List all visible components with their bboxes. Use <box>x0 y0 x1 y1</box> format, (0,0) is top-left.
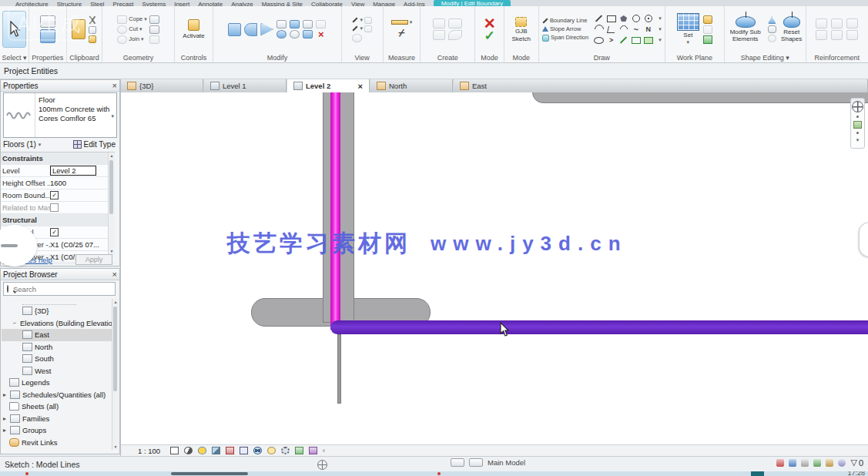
draw-line-icon[interactable] <box>593 14 605 24</box>
select-by-face-icon[interactable] <box>838 459 846 467</box>
selection-filter-button[interactable]: ▽ 0 <box>850 458 863 468</box>
type-selector[interactable]: Floor 100mm Concrete with Cores Comflor … <box>3 92 117 138</box>
browser-scrollbar[interactable]: ▲ ▼ <box>112 299 119 450</box>
array-icon[interactable] <box>303 30 313 39</box>
temporary-view-properties-icon[interactable] <box>281 447 290 454</box>
delete-icon[interactable]: × <box>318 30 324 39</box>
add-point-icon[interactable] <box>768 16 776 24</box>
gjb-sketch-label-1[interactable]: GJB <box>515 28 528 35</box>
tab-structure[interactable]: Structure <box>57 1 82 6</box>
prop-row-height-offset[interactable]: Height Offset ... 1600 <box>1 177 115 189</box>
view-tab-3d[interactable]: {3D} <box>121 79 203 92</box>
design-option-value[interactable]: Main Model <box>488 458 525 467</box>
shadows-icon[interactable] <box>212 447 220 454</box>
rebar-cover-1-value[interactable]: X1 (C0/25 07... <box>50 240 113 249</box>
crop-view-icon[interactable] <box>226 447 234 454</box>
select-pinned-icon[interactable] <box>826 459 833 467</box>
pin-icon[interactable] <box>316 20 326 28</box>
browser-scroll-up-icon[interactable]: ▲ <box>112 300 119 304</box>
prop-row-level[interactable]: Level Level 2 <box>1 165 115 177</box>
draw-circle-icon[interactable] <box>630 14 642 24</box>
copy-modify-icon[interactable] <box>276 30 287 39</box>
rebar-coupler-icon[interactable] <box>846 18 858 28</box>
reset-shape-label[interactable]: Reset Shapes <box>780 28 803 42</box>
create-solid-icon[interactable] <box>433 30 445 40</box>
select-underlay-icon[interactable] <box>813 459 821 467</box>
prop-row-room-bounding[interactable]: Room Bound... ✓ <box>1 189 115 202</box>
sun-path-icon[interactable] <box>198 447 206 454</box>
tree-item-revit-links[interactable]: Revit Links <box>2 437 114 449</box>
gjb-sketch-label-2[interactable]: Sketch <box>512 35 531 42</box>
edit-type-button[interactable]: Edit Type <box>73 140 116 149</box>
slope-arrow-button[interactable]: Slope Arrow <box>542 26 581 32</box>
search-input[interactable] <box>12 284 116 294</box>
measure-dropdown-icon[interactable]: ▾ <box>410 19 413 25</box>
tree-item-groups[interactable]: ▸ Groups <box>2 424 114 437</box>
finish-sketch-icon[interactable]: ✓ <box>484 30 494 42</box>
height-offset-value[interactable]: 1600 <box>50 179 113 187</box>
draw-circumscribed-icon[interactable] <box>642 14 654 24</box>
draw-dropdown-1[interactable]: ▾ <box>659 15 662 22</box>
families-expander-icon[interactable]: ▸ <box>2 415 8 422</box>
tree-item-families[interactable]: ▸ Families <box>2 413 114 425</box>
select-links-icon[interactable] <box>801 459 809 467</box>
project-browser-close-icon[interactable]: × <box>112 270 117 279</box>
tab-steel[interactable]: Steel <box>90 1 104 6</box>
rebar-path-icon[interactable] <box>831 18 843 28</box>
groups-expander-icon[interactable]: ▸ <box>2 427 8 434</box>
tree-item-south[interactable]: South <box>2 353 114 365</box>
steering-wheel-icon[interactable] <box>852 101 863 112</box>
selected-boundary-line-horizontal[interactable] <box>330 320 868 334</box>
tab-modify-edit-boundary[interactable]: Modify | Edit Boundary <box>434 0 511 6</box>
cope-label[interactable]: Cope <box>129 16 142 22</box>
cut-geometry-icon[interactable] <box>117 25 127 34</box>
tab-analyze[interactable]: Analyze <box>231 1 253 6</box>
draw-spline-icon[interactable]: ~ <box>630 25 642 35</box>
browser-search-box[interactable] <box>3 282 116 296</box>
move-icon[interactable] <box>276 20 287 28</box>
tab-systems[interactable]: Systems <box>142 1 166 6</box>
modify-sub-elements-label[interactable]: Modify Sub Elements <box>727 28 764 42</box>
level-value[interactable]: Level 2 <box>50 166 96 176</box>
tree-item-sheets[interactable]: Sheets (all) <box>2 401 114 413</box>
view-tab-north[interactable]: North <box>370 79 453 92</box>
tree-item-elevations[interactable]: − Elevations (Building Elevation) <box>2 317 114 330</box>
worksharing-globe-icon[interactable] <box>317 460 327 470</box>
draw-ellipse-icon[interactable] <box>593 35 605 45</box>
ref-plane-icon[interactable] <box>703 25 712 34</box>
tree-item-3d[interactable]: {3D} <box>2 305 114 317</box>
nav-expand-icon[interactable]: ▾ <box>856 137 860 143</box>
add-split-line-icon[interactable] <box>768 25 776 33</box>
join-geometry-icon[interactable] <box>117 35 127 44</box>
pick-lines-icon[interactable] <box>618 35 629 45</box>
measure-ruler-icon[interactable] <box>391 20 408 25</box>
tab-architecture[interactable]: Architecture <box>15 1 49 6</box>
cut-label[interactable]: Cut <box>129 26 138 32</box>
offset-icon[interactable] <box>244 23 257 36</box>
properties-close-icon[interactable]: × <box>112 81 117 90</box>
tab-collaborate[interactable]: Collaborate <box>311 1 343 6</box>
rebar-area-icon[interactable] <box>816 30 827 40</box>
tab-addins[interactable]: Add-Ins <box>404 1 425 6</box>
cope-icon[interactable] <box>117 15 127 24</box>
browser-scroll-down-icon[interactable]: ▼ <box>112 444 119 449</box>
rebar-icon[interactable] <box>816 18 827 28</box>
cover-icon[interactable] <box>846 30 858 40</box>
displace-icon[interactable] <box>364 25 372 32</box>
sketch-boundary-line-vertical[interactable] <box>330 92 340 330</box>
span-direction-button[interactable]: Span Direction <box>542 35 588 42</box>
tab-manage[interactable]: Manage <box>373 1 395 6</box>
paint-icon[interactable] <box>149 15 159 24</box>
cutaway-icon[interactable] <box>364 17 372 24</box>
draw-dropdown-2[interactable]: ▾ <box>659 26 662 32</box>
design-options-icon[interactable] <box>469 458 483 467</box>
close-view-tab-icon[interactable]: × <box>358 82 363 91</box>
panel-label-select[interactable]: Select ▾ <box>0 52 28 62</box>
schedules-expander-icon[interactable]: ▸ <box>2 391 8 398</box>
pick-supports-icon[interactable] <box>642 35 654 45</box>
tab-view[interactable]: View <box>351 1 364 6</box>
view-tab-level1[interactable]: Level 1 <box>204 79 287 92</box>
tree-item-north[interactable]: North <box>2 341 114 354</box>
draw-arc-icon[interactable] <box>618 25 629 35</box>
set-work-plane-icon[interactable] <box>677 13 699 31</box>
